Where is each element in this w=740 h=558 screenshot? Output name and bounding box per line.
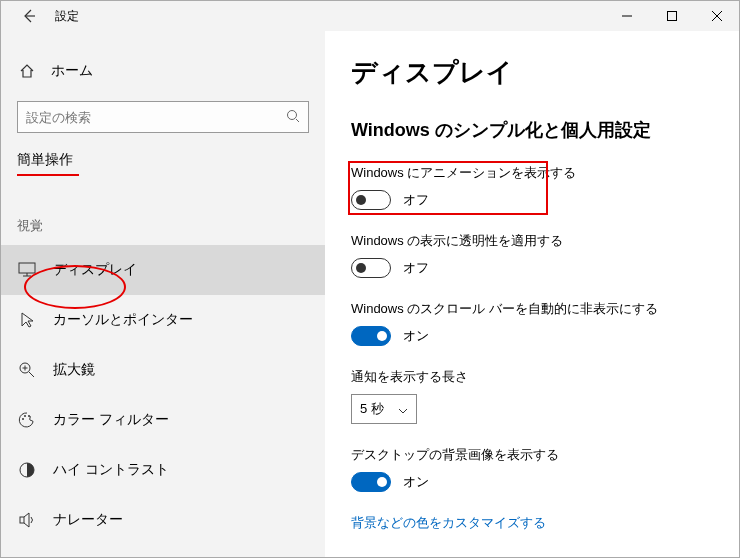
window-title: 設定 (55, 8, 79, 25)
home-label: ホーム (51, 62, 93, 80)
sidebar-item-label: ハイ コントラスト (53, 461, 169, 479)
toggle-state: オン (403, 473, 429, 491)
svg-point-14 (24, 415, 26, 417)
search-icon (286, 109, 300, 126)
sidebar-item-highcontrast[interactable]: ハイ コントラスト (1, 445, 325, 495)
minimize-button[interactable] (604, 1, 649, 31)
sidebar-item-colorfilter[interactable]: カラー フィルター (1, 395, 325, 445)
svg-point-4 (288, 110, 297, 119)
duration-value: 5 秒 (360, 400, 384, 418)
page-title: ディスプレイ (351, 55, 713, 90)
magnifier-icon (17, 360, 37, 380)
setting-notification-duration: 通知を表示する長さ 5 秒 (351, 368, 713, 424)
toggle-background[interactable] (351, 472, 391, 492)
maximize-button[interactable] (649, 1, 694, 31)
section-title: Windows のシンプル化と個人用設定 (351, 118, 713, 142)
titlebar: 設定 (1, 1, 739, 31)
toggle-state: オフ (403, 259, 429, 277)
svg-line-5 (296, 119, 299, 122)
sidebar-item-label: カーソルとポインター (53, 311, 193, 329)
vision-header: 視覚 (17, 217, 309, 235)
setting-transparency: Windows の表示に透明性を適用する オフ (351, 232, 713, 278)
toggle-state: オン (403, 327, 429, 345)
annotation-rect (348, 161, 548, 215)
close-button[interactable] (694, 1, 739, 31)
sidebar-item-label: カラー フィルター (53, 411, 169, 429)
duration-select[interactable]: 5 秒 (351, 394, 417, 424)
annotation-ellipse (24, 265, 126, 309)
svg-rect-6 (19, 263, 35, 273)
sidebar-item-label: 拡大鏡 (53, 361, 95, 379)
search-box[interactable] (17, 101, 309, 133)
svg-rect-1 (667, 12, 676, 21)
customize-colors-link[interactable]: 背景などの色をカスタマイズする (351, 514, 713, 532)
back-button[interactable] (17, 9, 41, 23)
svg-line-10 (29, 372, 34, 377)
setting-label: 通知を表示する長さ (351, 368, 713, 386)
svg-point-15 (28, 415, 30, 417)
content-pane: ディスプレイ Windows のシンプル化と個人用設定 Windows にアニメ… (325, 31, 739, 557)
svg-point-13 (22, 418, 24, 420)
setting-scrollbars: Windows のスクロール バーを自動的に非表示にする オン (351, 300, 713, 346)
palette-icon (17, 410, 37, 430)
annotation-underline (17, 174, 79, 176)
toggle-transparency[interactable] (351, 258, 391, 278)
sidebar-item-magnifier[interactable]: 拡大鏡 (1, 345, 325, 395)
search-input[interactable] (26, 110, 286, 125)
setting-label: デスクトップの背景画像を表示する (351, 446, 713, 464)
window-controls (604, 1, 739, 31)
home-icon (17, 61, 37, 81)
toggle-scrollbars[interactable] (351, 326, 391, 346)
svg-rect-17 (20, 517, 24, 523)
cursor-icon (17, 310, 37, 330)
setting-label: Windows のスクロール バーを自動的に非表示にする (351, 300, 713, 318)
sidebar-item-label: ナレーター (53, 511, 123, 529)
home-link[interactable]: ホーム (1, 51, 325, 91)
chevron-down-icon (398, 402, 408, 417)
contrast-icon (17, 460, 37, 480)
narrator-icon (17, 510, 37, 530)
category-header: 簡単操作 (17, 151, 309, 169)
sidebar-item-narrator[interactable]: ナレーター (1, 495, 325, 545)
setting-background: デスクトップの背景画像を表示する オン (351, 446, 713, 492)
setting-label: Windows の表示に透明性を適用する (351, 232, 713, 250)
